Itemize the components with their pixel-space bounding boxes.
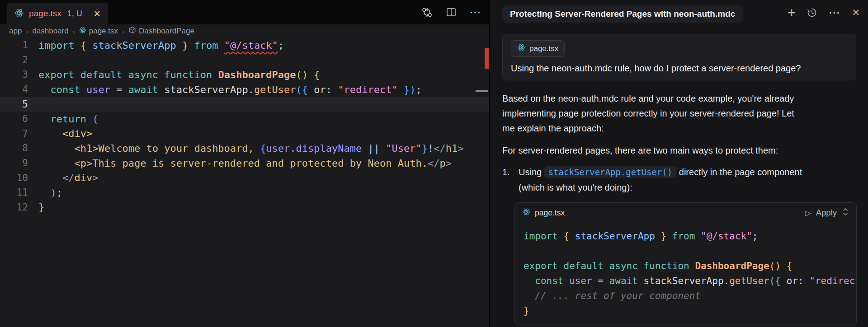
code-line: // ... rest of your component xyxy=(524,289,848,304)
tab-label: page.tsx xyxy=(29,9,61,19)
tab-close-icon[interactable]: ✕ xyxy=(94,9,101,18)
breadcrumb-item-app[interactable]: app xyxy=(9,27,22,36)
code-line[interactable]: 9 <p>This page is server-rendered and pr… xyxy=(0,156,489,171)
tab-status-badge: 1, U xyxy=(67,9,82,19)
editor-more-actions-icon[interactable]: ⋯ xyxy=(469,6,482,18)
tab-bar: page.tsx 1, U ✕ ⋯ xyxy=(0,0,489,24)
breadcrumb-separator: › xyxy=(73,28,75,35)
code-line[interactable]: 2 xyxy=(0,53,489,68)
assistant-answer: Based on the neon-auth.mdc rule and your… xyxy=(502,91,808,158)
code-line[interactable]: 10 </div> xyxy=(0,170,489,185)
line-number: 6 xyxy=(0,113,38,124)
answer-list-item-1: 1. Using stackServerApp.getUser() direct… xyxy=(502,164,814,195)
react-icon xyxy=(522,208,530,218)
expand-collapse-icon[interactable] xyxy=(842,207,849,219)
list-content: Using stackServerApp.getUser() directly … xyxy=(519,164,814,195)
chat-code-block: page.tsx ▷ Apply import { stackServerApp… xyxy=(514,202,857,326)
code-line[interactable]: 12} xyxy=(0,200,489,215)
code-editor[interactable]: 1import { stackServerApp } from "@/stack… xyxy=(0,38,489,327)
editor-code-lines: 1import { stackServerApp } from "@/stack… xyxy=(0,38,489,215)
inline-code-getuser: stackServerApp.getUser() xyxy=(544,166,677,178)
code-line: } xyxy=(524,304,848,318)
chat-header-actions: + ⋯ ✕ xyxy=(788,7,860,19)
chat-more-actions-icon[interactable]: ⋯ xyxy=(828,7,841,19)
apply-play-icon: ▷ xyxy=(805,209,811,217)
code-line[interactable]: 11 ); xyxy=(0,185,489,200)
line-number: 11 xyxy=(0,187,38,198)
breadcrumb-separator: › xyxy=(26,28,28,35)
breadcrumb-item-file[interactable]: page.tsx xyxy=(79,27,118,36)
line-number: 9 xyxy=(0,158,38,168)
open-changes-icon[interactable] xyxy=(421,6,433,19)
code-line[interactable]: 6 return ( xyxy=(0,112,489,126)
line-number: 1 xyxy=(0,40,38,51)
tab-page-tsx[interactable]: page.tsx 1, U ✕ xyxy=(7,3,108,24)
user-message-card: page.tsx Using the neon-auth.mdc rule, h… xyxy=(502,34,856,80)
context-chip-page-tsx[interactable]: page.tsx xyxy=(511,40,565,57)
code-block-content: import { stackServerApp } from "@/stack"… xyxy=(515,223,856,326)
line-number: 5 xyxy=(0,99,38,110)
answer-paragraph-1: Based on the neon-auth.mdc rule and your… xyxy=(502,91,808,136)
line-number: 12 xyxy=(0,202,38,213)
breadcrumb-item-dashboard[interactable]: dashboard xyxy=(32,27,68,36)
line-number: 2 xyxy=(0,55,38,65)
react-icon xyxy=(14,8,24,19)
list-number: 1. xyxy=(502,164,519,195)
code-line[interactable]: 7 <div> xyxy=(0,126,489,141)
chat-panel: Protecting Server-Rendered Pages with ne… xyxy=(490,0,868,327)
line-number: 8 xyxy=(0,143,38,154)
answer-paragraph-2: For server-rendered pages, there are two… xyxy=(502,143,808,158)
code-block-filename: page.tsx xyxy=(535,208,565,218)
code-line[interactable]: 4 const user = await stackServerApp.getU… xyxy=(0,82,489,97)
overview-ruler-cursor-marker xyxy=(476,90,488,92)
breadcrumb-separator: › xyxy=(122,28,124,35)
breadcrumb: app › dashboard › page.tsx › xyxy=(0,24,489,38)
split-editor-icon[interactable] xyxy=(445,6,457,18)
code-line: export default async function DashboardP… xyxy=(524,259,848,274)
overview-ruler-error-marker xyxy=(485,48,489,69)
breadcrumb-item-symbol[interactable]: DashboardPage xyxy=(128,26,194,36)
code-line[interactable]: 3export default async function Dashboard… xyxy=(0,67,489,82)
context-chip-label: page.tsx xyxy=(529,44,558,53)
line-number: 3 xyxy=(0,69,38,80)
editor-toolbar: ⋯ xyxy=(421,0,482,24)
react-icon xyxy=(79,27,86,36)
code-line xyxy=(524,244,848,259)
line-number: 10 xyxy=(0,173,38,183)
chat-title[interactable]: Protecting Server-Rendered Pages with ne… xyxy=(502,5,743,23)
code-block-header: page.tsx ▷ Apply xyxy=(515,203,856,223)
code-line[interactable]: 1import { stackServerApp } from "@/stack… xyxy=(0,38,489,53)
user-question-text: Using the neon-auth.mdc rule, how do I p… xyxy=(511,63,848,74)
editor-pane: page.tsx 1, U ✕ ⋯ xyxy=(0,0,490,327)
react-icon xyxy=(517,43,525,54)
symbol-cube-icon xyxy=(128,26,136,36)
line-number: 7 xyxy=(0,128,38,139)
code-line[interactable]: 8 <h1>Welcome to your dashboard, {user.d… xyxy=(0,141,489,156)
apply-button[interactable]: Apply xyxy=(816,208,837,218)
code-line: const user = await stackServerApp.getUse… xyxy=(524,274,848,289)
history-icon[interactable] xyxy=(807,7,817,18)
code-line: import { stackServerApp } from "@/stack"… xyxy=(524,229,848,244)
line-number: 4 xyxy=(0,84,38,95)
code-line[interactable]: 5 xyxy=(0,97,489,112)
chat-close-icon[interactable]: ✕ xyxy=(852,7,860,18)
